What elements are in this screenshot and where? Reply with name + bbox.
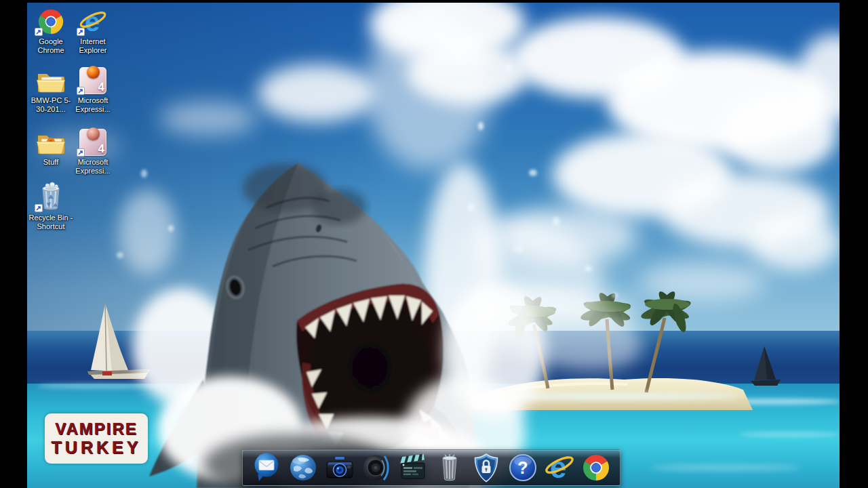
desktop-icon-google-chrome[interactable]: Google Chrome (29, 5, 73, 55)
dock-clapperboard-icon[interactable] (397, 451, 429, 484)
spray-droplet (505, 64, 511, 70)
version-badge: 4 (98, 81, 104, 94)
desktop-screen: VAMPIRE TURKEY Google Chrome e Internet … (0, 0, 868, 488)
dock-trash-icon[interactable] (434, 451, 465, 484)
palm-tree (639, 289, 692, 392)
watermark-line1: VAMPIRE (55, 420, 138, 438)
cloud (258, 64, 376, 122)
icon-label: Stuff (29, 158, 73, 167)
shortcut-arrow-icon (35, 28, 43, 36)
icon-label: Recycle Bin - Shortcut (24, 214, 77, 231)
desktop-icon-expression-encoder-2[interactable]: 4 Microsoft Expressi... (71, 126, 115, 176)
cloud (749, 214, 841, 271)
spray-droplet (456, 81, 462, 91)
spray-droplet (168, 225, 174, 232)
vampire-turkey-watermark: VAMPIRE TURKEY (45, 413, 148, 464)
icon-label: Google Chrome (29, 37, 73, 55)
icon-label: Microsoft Expressi... (71, 96, 115, 114)
wallpaper: VAMPIRE TURKEY Google Chrome e Internet … (0, 0, 868, 488)
spray-droplet (612, 293, 618, 298)
dock-internet-explorer-icon[interactable]: e (544, 451, 575, 484)
shortcut-arrow-icon (77, 28, 85, 36)
folder-icon (36, 70, 66, 94)
spray-droplet (529, 169, 537, 176)
desktop-icon-internet-explorer[interactable]: e Internet Explorer (71, 5, 115, 55)
spray-droplet (514, 245, 524, 252)
dock-security-shield-icon[interactable] (471, 451, 502, 484)
icon-label: BMW-PC 5-30-201... (29, 96, 73, 114)
dock: ? e (242, 449, 620, 486)
desktop-icon-recycle-bin[interactable]: Recycle Bin - Shortcut (24, 182, 77, 231)
version-badge: 4 (98, 142, 104, 156)
shortcut-arrow-icon (77, 87, 85, 95)
desktop-icon-bmw-pc-folder[interactable]: BMW-PC 5-30-201... (29, 64, 73, 114)
icon-label: Microsoft Expressi... (71, 158, 115, 176)
folder-icon (36, 131, 66, 156)
shortcut-arrow-icon (35, 204, 43, 212)
dock-speaker-icon[interactable] (361, 451, 392, 484)
cloud (159, 102, 258, 136)
spray-droplet (141, 169, 147, 178)
desktop-icon-stuff-folder[interactable]: Stuff (29, 126, 73, 167)
black-bar-left (0, 0, 27, 488)
spray-droplet (434, 45, 439, 50)
dock-globe-icon[interactable] (288, 451, 319, 484)
svg-text:?: ? (517, 458, 528, 477)
dock-camera-icon[interactable] (324, 451, 355, 484)
black-bar-right (840, 0, 868, 488)
wave-foam (739, 432, 841, 437)
dock-chrome-icon[interactable] (580, 451, 612, 484)
watermark-line2: TURKEY (52, 438, 142, 457)
shortcut-arrow-icon (77, 148, 85, 157)
wave-foam (651, 464, 800, 471)
dock-mail-icon[interactable] (251, 451, 282, 484)
splash (444, 281, 546, 420)
spray-droplet (468, 203, 474, 211)
sailboat-dark (749, 342, 783, 388)
orange-orb (87, 66, 100, 79)
spray-droplet (585, 266, 592, 272)
splash (366, 7, 492, 169)
icon-label: Internet Explorer (71, 37, 115, 55)
orange-orb (87, 127, 100, 140)
dock-help-icon[interactable]: ? (507, 451, 538, 484)
black-bar-top (0, 0, 868, 3)
spray-droplet (478, 122, 484, 130)
spray-droplet (117, 252, 123, 258)
spray-droplet (553, 217, 559, 226)
desktop-icon-expression-encoder-1[interactable]: 4 Microsoft Expressi... (71, 64, 115, 114)
